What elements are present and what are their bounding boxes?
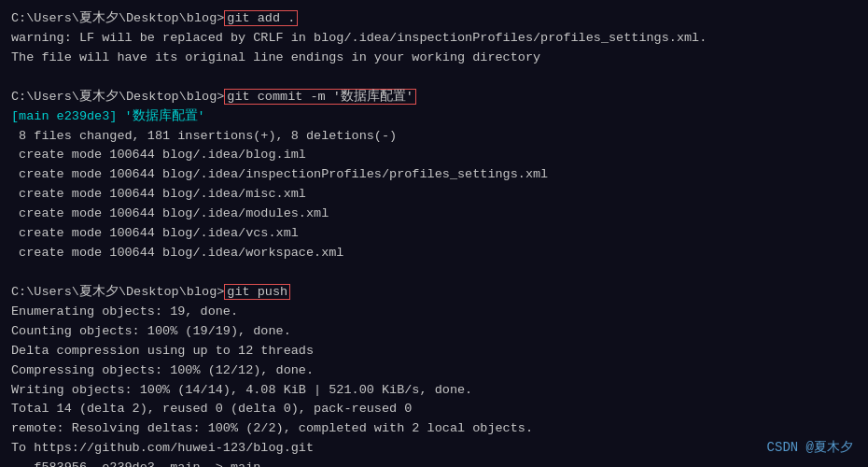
command-box: git add .: [224, 10, 298, 26]
terminal-line: create mode 100644 blog/.idea/vcs.xml: [11, 224, 857, 244]
terminal-line: Writing objects: 100% (14/14), 4.08 KiB …: [11, 381, 857, 401]
terminal-line: Enumerating objects: 19, done.: [11, 303, 857, 322]
prompt-text: C:\Users\夏木夕\Desktop\blog>: [11, 90, 224, 104]
output-cyan: [main e239de3] '数据库配置': [11, 109, 205, 123]
command-box: git commit -m '数据库配置': [224, 89, 416, 105]
terminal-line: C:\Users\夏木夕\Desktop\blog>git commit -m …: [11, 88, 857, 107]
terminal-line: create mode 100644 blog/.idea/inspection…: [11, 165, 857, 185]
terminal-line: Delta compression using up to 12 threads: [11, 342, 857, 361]
command-box: git push: [224, 284, 290, 300]
terminal-line: create mode 100644 blog/.idea/misc.xml: [11, 185, 857, 205]
terminal-line: f583956..e239de3 main -> main: [11, 459, 857, 467]
terminal-content: C:\Users\夏木夕\Desktop\blog>git add .warni…: [11, 9, 857, 467]
terminal-line: 8 files changed, 181 insertions(+), 8 de…: [11, 127, 857, 147]
terminal-line: warning: LF will be replaced by CRLF in …: [11, 29, 857, 49]
terminal-line: To https://github.com/huwei-123/blog.git: [11, 439, 857, 459]
terminal-window: C:\Users\夏木夕\Desktop\blog>git add .warni…: [0, 0, 868, 467]
terminal-line: [11, 263, 857, 283]
terminal-line: [11, 68, 857, 88]
terminal-line: create mode 100644 blog/.idea/modules.xm…: [11, 205, 857, 224]
terminal-line: Total 14 (delta 2), reused 0 (delta 0), …: [11, 400, 857, 419]
watermark: CSDN @夏木夕: [767, 439, 853, 456]
terminal-line: Compressing objects: 100% (12/12), done.: [11, 361, 857, 381]
terminal-line: create mode 100644 blog/.idea/blog.iml: [11, 146, 857, 165]
terminal-line: The file will have its original line end…: [11, 49, 857, 68]
terminal-line: [main e239de3] '数据库配置': [11, 107, 857, 127]
terminal-line: remote: Resolving deltas: 100% (2/2), co…: [11, 419, 857, 439]
terminal-line: C:\Users\夏木夕\Desktop\blog>git add .: [11, 9, 857, 29]
terminal-line: Counting objects: 100% (19/19), done.: [11, 322, 857, 342]
terminal-line: create mode 100644 blog/.idea/workspace.…: [11, 244, 857, 263]
prompt-text: C:\Users\夏木夕\Desktop\blog>: [11, 11, 224, 25]
prompt-text: C:\Users\夏木夕\Desktop\blog>: [11, 285, 224, 299]
terminal-line: C:\Users\夏木夕\Desktop\blog>git push: [11, 283, 857, 303]
